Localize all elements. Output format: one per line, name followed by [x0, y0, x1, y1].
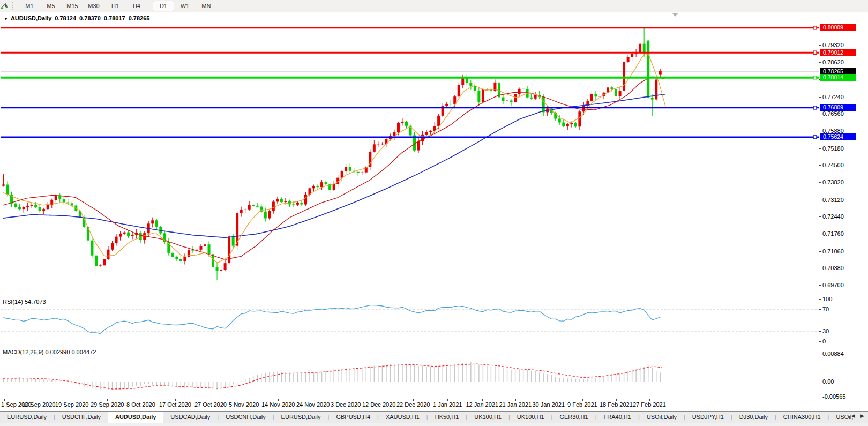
macd-tick-mark	[819, 354, 821, 354]
symbol-tab-usoil-daily[interactable]: USOil,Daily	[640, 412, 684, 424]
date-label: 3 Dec 2020	[331, 401, 361, 408]
symbol-tab-xauusd-h1[interactable]: XAUUSD,H1	[379, 412, 426, 424]
date-label: 29 Sep 2020	[91, 401, 124, 408]
macd-tick-mark	[819, 382, 821, 382]
date-label: 1 Jan 2021	[433, 401, 462, 408]
date-label: 8 Oct 2020	[126, 401, 155, 408]
macd-axis-label: 0.00884	[822, 350, 844, 357]
symbol-tab-usdchf-daily[interactable]: USDCHF,Daily	[55, 412, 108, 424]
date-tick-mark	[175, 399, 176, 401]
date-label: 14 Nov 2020	[261, 401, 295, 408]
date-tick-mark	[482, 399, 483, 401]
date-label: 19 Sep 2020	[55, 401, 88, 408]
symbol-tab-usdjpy-h1[interactable]: USDJPY,H1	[685, 412, 731, 424]
macd-canvas	[0, 0, 868, 399]
tab-bar-bottom-strip	[0, 423, 868, 426]
date-tick-mark	[582, 399, 583, 401]
date-label: 27 Oct 2020	[194, 401, 227, 408]
date-tick-mark	[549, 399, 549, 401]
date-tick-mark	[346, 399, 346, 401]
date-label: 27 Feb 2021	[633, 401, 666, 408]
date-tick-mark	[72, 399, 72, 401]
date-label: 12 Dec 2020	[362, 401, 395, 408]
trading-terminal-window: ▼ M1M5M15M30H1H4D1W1MN ▼AUDUSD,Daily0.78…	[0, 0, 868, 426]
date-tick-mark	[447, 399, 448, 401]
date-label: 17 Oct 2020	[159, 401, 191, 408]
symbol-tab-uk100-h1[interactable]: UK100,H1	[467, 412, 508, 424]
tab-scroll-arrows[interactable]: ◀ ▶	[851, 413, 866, 418]
date-tick-mark	[4, 399, 5, 401]
symbol-tab-fra40-h1[interactable]: FRA40,H1	[597, 412, 638, 424]
macd-histogram	[4, 362, 661, 390]
date-tick-mark	[616, 399, 617, 401]
date-tick-mark	[244, 399, 244, 401]
date-label: 12 Jan 2021	[466, 401, 499, 408]
symbol-tab-usdcad-daily[interactable]: USDCAD,Daily	[163, 412, 217, 424]
date-tick-mark	[39, 399, 39, 401]
date-tick-mark	[107, 399, 108, 401]
date-label: 10 Sep 2020	[22, 401, 55, 408]
date-tick-mark	[211, 399, 211, 401]
date-tick-mark	[515, 399, 516, 401]
macd-signal-line	[3, 364, 662, 389]
symbol-tab-dj30-daily[interactable]: DJ30,Daily	[732, 412, 775, 424]
date-tick-mark	[649, 399, 650, 401]
date-label: 18 Feb 2021	[600, 401, 633, 408]
symbol-tab-china300-h1[interactable]: CHINA300,H1	[776, 412, 828, 424]
macd-tick-mark	[819, 397, 821, 397]
date-label: 21 Jan 2021	[499, 401, 532, 408]
symbol-tab-uk100-h1[interactable]: UK100,H1	[510, 412, 551, 424]
date-tick-mark	[379, 399, 379, 401]
symbol-tab-eurusd-daily[interactable]: EURUSD,Daily	[274, 412, 328, 424]
date-label: 24 Nov 2020	[296, 401, 330, 408]
date-tick-mark	[278, 399, 279, 401]
date-tick-mark	[141, 399, 141, 401]
symbol-tab-ger30-h1[interactable]: GER30,H1	[552, 412, 595, 424]
symbol-tab-eurusd-daily[interactable]: EURUSD,Daily	[0, 412, 54, 424]
symbol-tab-bar: EURUSD,Daily|USDCHF,DailyAUDUSD,DailyUSD…	[0, 411, 868, 424]
date-label: 5 Nov 2020	[229, 401, 259, 408]
date-label: 22 Dec 2020	[396, 401, 430, 408]
date-tick-mark	[413, 399, 414, 401]
symbol-tab-usdcnh-daily[interactable]: USDCNH,Daily	[219, 412, 273, 424]
symbol-tab-hk50-h1[interactable]: HK50,H1	[428, 412, 466, 424]
symbol-tab-gbpusd-h4[interactable]: GBPUSD,H4	[329, 412, 377, 424]
date-label: 30 Jan 2021	[533, 401, 565, 408]
macd-axis-label: 0.00	[822, 378, 834, 385]
date-tick-mark	[313, 399, 313, 401]
macd-axis-label: -0.00565	[822, 393, 845, 400]
symbol-tab-audusd-daily[interactable]: AUDUSD,Daily	[108, 412, 163, 424]
date-label: 9 Feb 2021	[567, 401, 597, 408]
